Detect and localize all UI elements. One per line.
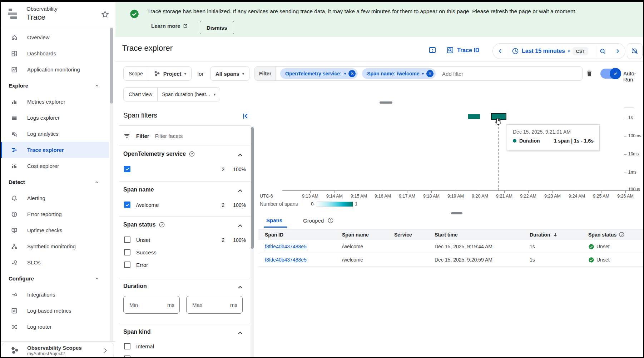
span-name-row[interactable]: /welcome [124, 202, 159, 208]
feedback-icon[interactable] [428, 46, 437, 55]
col-span-name[interactable]: Span name [342, 232, 394, 238]
y-tick-label: 1s [628, 115, 633, 120]
sidebar-scrollbar-thumb[interactable] [110, 28, 113, 104]
table-resize-handle[interactable] [451, 212, 462, 214]
log-router-icon [11, 323, 18, 330]
chevron-down-icon: ▾ [184, 72, 187, 76]
span-id-link[interactable]: f8fde40b437488e5 [265, 244, 342, 249]
sidebar-item-metrics-explorer[interactable]: Metrics explorer [1, 94, 109, 110]
help-icon[interactable]: ? [159, 222, 165, 228]
sidebar-item-cost-explorer[interactable]: Cost explorer [1, 158, 109, 174]
sidebar-item-uptime-checks[interactable]: Uptime checks [1, 222, 109, 238]
x-tick-label: 9:26 AM [614, 194, 637, 199]
span-id-link[interactable]: f8fde40b437488e5 [265, 257, 342, 263]
checkbox-checked[interactable] [124, 166, 130, 172]
collapse-section-icon[interactable] [237, 187, 244, 194]
collapse-section-icon[interactable] [237, 284, 244, 291]
checkbox-checked[interactable] [124, 202, 130, 208]
observability-scopes-button[interactable]: Observability Scopes myAnthosProject2 [2, 343, 114, 358]
sidebar-section-detect[interactable]: Detect [1, 174, 109, 190]
chart-resize-handle[interactable] [380, 101, 392, 104]
sidebar-item-application-monitoring[interactable]: Application monitoring [1, 61, 109, 78]
checkbox-unchecked[interactable] [124, 249, 130, 255]
status-check-icon [588, 257, 594, 263]
sidebar-item-overview[interactable]: Overview [1, 29, 109, 45]
col-start-time[interactable]: Start time [435, 232, 530, 238]
sidebar-item-trace-explorer[interactable]: Trace explorer [1, 142, 109, 158]
checkbox-unchecked[interactable] [124, 237, 130, 243]
filter-chip-otel-service[interactable]: OpenTelemetry service: ▾ ✕ [280, 68, 358, 79]
sidebar-item-log-based-metrics[interactable]: Log-based metrics [1, 303, 109, 319]
otel-service-row[interactable] [124, 166, 136, 172]
tab-grouped[interactable]: Grouped ? [303, 217, 334, 224]
sidebar-item-synthetic-monitoring[interactable]: Synthetic monitoring [1, 238, 109, 254]
panel-scrollbar-track[interactable] [251, 126, 254, 357]
heatmap-cell[interactable] [468, 114, 480, 119]
collapse-section-icon[interactable] [237, 329, 244, 337]
chart-type-dropdown[interactable]: Span duration (heat... ▾ [158, 91, 220, 97]
svg-text:?: ? [330, 219, 332, 222]
sidebar-section-configure[interactable]: Configure [1, 270, 109, 287]
filter-chip-span-name[interactable]: Span name: /welcome ▾ ✕ [362, 68, 436, 79]
time-back-button[interactable] [493, 48, 508, 54]
help-icon[interactable]: ? [189, 151, 195, 157]
checkbox-unchecked[interactable] [124, 343, 130, 349]
project-dropdown[interactable]: Project ▾ [148, 70, 191, 77]
duration-min-input[interactable] [129, 302, 167, 308]
col-service[interactable]: Service [394, 232, 435, 238]
spans-table-header: Span ID Span name Service Start time Dur… [258, 229, 643, 240]
span-kind-row-internal[interactable]: Internal [124, 343, 154, 349]
zoom-out-button[interactable] [595, 48, 610, 55]
panel-scrollbar-thumb[interactable] [251, 127, 254, 249]
timezone-axis-label: UTC-6 [260, 194, 273, 199]
checkbox-unchecked[interactable] [124, 262, 130, 268]
table-row[interactable]: f8fde40b437488e5 /welcome Dec 15, 2025, … [258, 253, 643, 267]
y-tick-label: 10ms [628, 151, 639, 156]
duration-max-input[interactable] [192, 302, 230, 308]
sidebar-item-error-reporting[interactable]: Error reporting [1, 206, 109, 222]
time-range-dropdown[interactable]: Last 15 minutes ▾ CST [508, 47, 595, 55]
duration-min-field[interactable]: ms [123, 296, 180, 314]
auto-run-toggle[interactable] [600, 69, 620, 79]
tab-spans[interactable]: Spans [266, 217, 282, 223]
facet-filter-label: Filter [136, 133, 149, 139]
y-axis-tick [624, 118, 626, 118]
span-status-row-success[interactable]: Success [124, 249, 157, 255]
sidebar-item-alerting[interactable]: Alerting [1, 190, 109, 206]
col-duration[interactable]: Duration [530, 232, 588, 238]
clear-filters-trash-icon[interactable] [585, 68, 594, 78]
col-span-status[interactable]: Span status ? [588, 232, 643, 238]
remove-chip-icon[interactable]: ✕ [348, 70, 356, 77]
table-row[interactable]: f8fde40b437488e5 /welcome Dec 15, 2025, … [258, 240, 643, 253]
sidebar-item-slos[interactable]: SLOs [1, 254, 109, 270]
all-spans-dropdown[interactable]: All spans ▾ [210, 66, 249, 81]
time-forward-button[interactable] [610, 48, 625, 54]
sidebar-item-logs-explorer[interactable]: Logs explorer [1, 110, 109, 126]
sidebar-item-log-analytics[interactable]: Log analytics [1, 126, 109, 142]
collapse-panel-icon[interactable] [242, 112, 250, 120]
collapse-section-icon[interactable] [237, 222, 244, 229]
add-filter-input[interactable] [441, 70, 521, 77]
col-span-id[interactable]: Span ID [265, 232, 342, 238]
sidebar-item-dashboards[interactable]: Dashboards [1, 45, 109, 61]
sidebar-nav: Overview Dashboards Application monitori… [1, 29, 109, 335]
header-divider [115, 61, 644, 61]
facet-filter-row[interactable]: Filter Filter facets [123, 129, 183, 142]
collapse-section-icon[interactable] [237, 151, 244, 159]
duration-max-field[interactable]: ms [186, 296, 243, 314]
favorite-star-icon[interactable] [101, 10, 109, 19]
sidebar-item-integrations[interactable]: Integrations [1, 287, 109, 303]
slos-icon [11, 259, 18, 266]
dismiss-button[interactable]: Dismiss [200, 21, 234, 34]
auto-zoom-off-button[interactable] [627, 43, 643, 59]
span-status-row-error[interactable]: Error [124, 262, 148, 268]
sidebar-item-log-router[interactable]: Log router [1, 319, 109, 335]
series-dot-icon [513, 139, 516, 143]
trace-id-search[interactable]: Trace ID [446, 46, 479, 54]
sidebar-scrollbar-track[interactable] [110, 27, 113, 341]
sidebar-section-explore[interactable]: Explore [1, 78, 109, 94]
learn-more-link[interactable]: Learn more [151, 23, 188, 29]
remove-chip-icon[interactable]: ✕ [426, 70, 434, 77]
help-icon[interactable]: ? [327, 217, 334, 224]
span-status-row-unset[interactable]: Unset [124, 237, 150, 243]
